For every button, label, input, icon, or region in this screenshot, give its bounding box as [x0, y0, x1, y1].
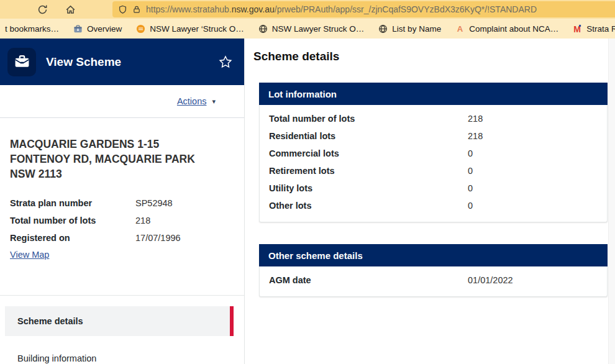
- bookmark-label: List by Name: [392, 24, 441, 34]
- details-heading: Scheme details: [253, 50, 615, 63]
- bookmark-item[interactable]: List by Name: [375, 22, 445, 35]
- url-path: /prweb/PRAuth/app/ssr_/zjnCqafS9OVYzBdX3…: [275, 4, 537, 14]
- bookmark-label: Overview: [87, 24, 122, 34]
- lot-information-header: Lot information: [259, 83, 608, 105]
- lot-information-rows: Total number of lots 218 Residential lot…: [260, 105, 607, 222]
- chevron-down-icon[interactable]: ▾: [212, 98, 216, 106]
- bookmark-item[interactable]: A Complaint about NCA…: [452, 22, 562, 35]
- detail-label: Retirement lots: [269, 166, 468, 176]
- orange-a-icon: A: [455, 24, 465, 34]
- bookmark-item[interactable]: NSW Lawyer Struck O…: [255, 22, 368, 35]
- svg-text:A: A: [457, 24, 463, 34]
- orange-circle-icon: [136, 24, 145, 34]
- detail-row: Commercial lots 0: [269, 145, 598, 162]
- home-icon[interactable]: [64, 3, 76, 16]
- bookmark-item[interactable]: t bookmarks…: [1, 22, 63, 35]
- lock-icon[interactable]: [132, 5, 141, 14]
- view-map-link[interactable]: View Map: [10, 250, 49, 260]
- detail-row: Residential lots 218: [269, 127, 598, 145]
- bookmarks-bar: t bookmarks… Overview NSW Lawyer ‘Struck…: [0, 19, 615, 39]
- bookmark-item[interactable]: M Strata Rec: [569, 22, 615, 35]
- sidebar-nav-label: Scheme details: [17, 316, 83, 326]
- bookmark-item[interactable]: NSW Lawyer ‘Struck O…: [132, 22, 248, 35]
- actions-row: Actions ▾: [0, 85, 244, 118]
- sidebar-nav-item[interactable]: Scheme details: [5, 306, 234, 336]
- detail-row: Retirement lots 0: [269, 162, 598, 180]
- overview-briefcase-icon: [73, 24, 83, 34]
- detail-value: 0: [468, 201, 473, 211]
- globe-icon: [378, 24, 388, 34]
- briefcase-icon: [7, 48, 36, 76]
- detail-value: 218: [468, 131, 483, 141]
- detail-label: Commercial lots: [269, 148, 468, 158]
- bookmark-label: Complaint about NCA…: [469, 24, 558, 34]
- detail-value: 01/01/2022: [468, 275, 513, 285]
- scheme-side-panel: View Scheme Actions ▾ MACQUARIE GARDENS …: [0, 39, 245, 364]
- scheme-address: MACQUARIE GARDENS 1-15 FONTENOY RD, MACQ…: [10, 137, 234, 181]
- favorite-star-icon[interactable]: [218, 55, 233, 70]
- detail-label: AGM date: [269, 275, 468, 285]
- summary-value: SP52948: [135, 198, 173, 208]
- summary-value: 218: [135, 216, 150, 225]
- page-title: View Scheme: [46, 55, 121, 69]
- bookmark-label: Strata Rec: [586, 24, 615, 34]
- detail-value: 218: [468, 114, 483, 124]
- detail-label: Other lots: [269, 201, 468, 211]
- scrollbar-track[interactable]: [608, 39, 615, 364]
- other-scheme-details-card: Other scheme details AGM date 01/01/2022: [259, 244, 608, 297]
- detail-value: 0: [468, 183, 473, 193]
- detail-row: Total number of lots 218: [269, 110, 598, 127]
- view-scheme-header: View Scheme: [0, 39, 244, 85]
- summary-row: Strata plan number SP52948: [10, 194, 234, 212]
- summary-label: Registered on: [10, 233, 135, 243]
- other-scheme-details-rows: AGM date 01/01/2022: [260, 266, 607, 296]
- detail-label: Total number of lots: [269, 114, 468, 124]
- browser-toolbar: https://www.stratahub.nsw.gov.au/prweb/P…: [0, 0, 615, 19]
- url-prefix: https://www.stratahub.: [146, 4, 232, 14]
- shield-icon[interactable]: [118, 5, 127, 14]
- globe-icon: [258, 24, 268, 34]
- detail-value: 0: [468, 148, 473, 158]
- summary-value: 17/07/1996: [135, 233, 181, 243]
- detail-value: 0: [468, 166, 473, 176]
- summary-label: Strata plan number: [10, 198, 135, 208]
- summary-row: Registered on 17/07/1996: [10, 229, 234, 247]
- bookmark-label: NSW Lawyer Struck O…: [272, 24, 365, 34]
- lot-information-card: Lot information Total number of lots 218…: [259, 83, 608, 222]
- url-bar[interactable]: https://www.stratahub.nsw.gov.au/prweb/P…: [112, 1, 615, 17]
- summary-row: Total number of lots 218: [10, 212, 234, 229]
- scheme-summary: MACQUARIE GARDENS 1-15 FONTENOY RD, MACQ…: [0, 118, 244, 260]
- bookmark-label: t bookmarks…: [5, 24, 59, 34]
- other-scheme-details-header: Other scheme details: [259, 244, 608, 266]
- sidebar-nav-item[interactable]: Building information: [5, 344, 234, 364]
- scheme-details-panel: Scheme details Lot information Total num…: [245, 39, 615, 364]
- detail-row: Utility lots 0: [269, 180, 598, 197]
- bookmark-label: NSW Lawyer ‘Struck O…: [150, 24, 244, 34]
- bookmark-item[interactable]: Overview: [70, 22, 125, 35]
- summary-rows: Strata plan number SP52948 Total number …: [10, 194, 234, 247]
- detail-row: AGM date 01/01/2022: [269, 271, 598, 289]
- actions-menu[interactable]: Actions: [177, 96, 207, 106]
- url-domain: nsw.gov.au: [232, 4, 275, 14]
- scheme-nav: Scheme details Building information: [0, 295, 244, 364]
- detail-row: Other lots 0: [269, 197, 598, 214]
- sidebar-nav-label: Building information: [17, 353, 96, 363]
- page-content: View Scheme Actions ▾ MACQUARIE GARDENS …: [0, 39, 615, 364]
- detail-label: Residential lots: [269, 131, 468, 141]
- reload-icon[interactable]: [36, 3, 48, 16]
- red-m-icon: M: [573, 24, 582, 34]
- detail-label: Utility lots: [269, 183, 468, 193]
- url-text: https://www.stratahub.nsw.gov.au/prweb/P…: [146, 4, 537, 14]
- summary-label: Total number of lots: [10, 216, 135, 225]
